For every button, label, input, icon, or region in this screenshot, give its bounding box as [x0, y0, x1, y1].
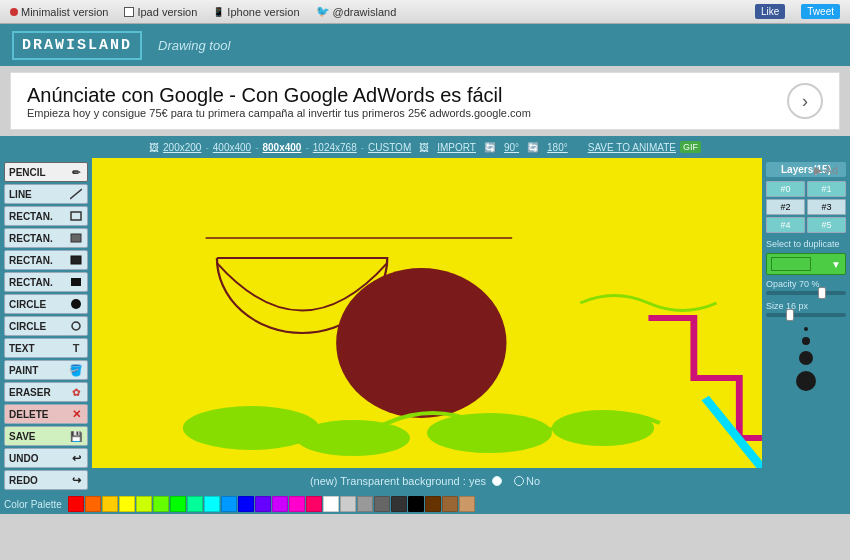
toolbar-icon: 🖼	[149, 142, 159, 153]
tool-redo[interactable]: REDO ↪	[4, 470, 88, 490]
color-select-dropdown[interactable]: ▼	[766, 253, 846, 275]
svg-rect-2	[71, 234, 81, 242]
iphone-label: Iphone version	[227, 6, 299, 18]
import-button[interactable]: IMPORT	[437, 142, 476, 153]
site-logo[interactable]: DRAWISLAND	[12, 31, 142, 60]
svg-point-6	[72, 322, 80, 330]
rotate90-button[interactable]: 90°	[504, 142, 519, 153]
opacity-thumb[interactable]	[818, 287, 826, 299]
ad-close-button[interactable]: ▶ Ad	[814, 164, 838, 177]
palette-color-ff0066[interactable]	[306, 496, 322, 512]
size-200[interactable]: 200x200	[163, 142, 201, 153]
layer-2[interactable]: #2	[766, 199, 805, 215]
svg-point-5	[71, 299, 81, 309]
svg-point-7	[336, 268, 506, 418]
tool-pencil[interactable]: PENCIL ✏	[4, 162, 88, 182]
size-400[interactable]: 400x400	[213, 142, 251, 153]
palette-color-0000ff[interactable]	[238, 496, 254, 512]
drawing-canvas[interactable]	[92, 158, 762, 468]
layer-4[interactable]: #4	[766, 217, 805, 233]
opacity-label: Opacity 70 %	[766, 279, 846, 289]
svg-rect-4	[71, 278, 81, 286]
nav-ipad[interactable]: Ipad version	[124, 6, 197, 18]
rotate180-button[interactable]: 180°	[547, 142, 568, 153]
tool-rect2-label: RECTAN.	[9, 233, 53, 244]
tool-undo[interactable]: UNDO ↩	[4, 448, 88, 468]
palette-color-0099ff[interactable]	[221, 496, 237, 512]
palette-color-000000[interactable]	[408, 496, 424, 512]
layer-1[interactable]: #1	[807, 181, 846, 197]
tool-eraser[interactable]: ERASER ✿	[4, 382, 88, 402]
palette-color-cc9966[interactable]	[459, 496, 475, 512]
svg-point-9	[296, 420, 410, 456]
tool-rect-1[interactable]: RECTAN.	[4, 206, 88, 226]
svg-rect-1	[71, 212, 81, 220]
nav-iphone[interactable]: 📱 Iphone version	[213, 6, 299, 18]
tool-circle2-label: CIRCLE	[9, 321, 46, 332]
circle-filled-icon	[69, 297, 83, 311]
ipad-label: Ipad version	[137, 6, 197, 18]
delete-icon: ✕	[69, 407, 83, 421]
palette-color-ffcc00[interactable]	[102, 496, 118, 512]
no-radio-button[interactable]	[514, 476, 524, 486]
canvas-svg	[92, 158, 762, 468]
size-1024[interactable]: 1024x768	[313, 142, 357, 153]
rect-outline-icon	[69, 209, 83, 223]
palette-color-663300[interactable]	[425, 496, 441, 512]
twitter-label: @drawisland	[333, 6, 397, 18]
tool-save[interactable]: SAVE 💾	[4, 426, 88, 446]
layers-grid: #0 #1 #2 #3 #4 #5	[766, 181, 846, 233]
color-preview	[771, 257, 811, 271]
palette-color-333333[interactable]	[391, 496, 407, 512]
palette-color-6600ff[interactable]	[255, 496, 271, 512]
palette-color-cc00ff[interactable]	[272, 496, 288, 512]
yes-radio-label[interactable]	[492, 476, 502, 486]
palette-color-66ff00[interactable]	[153, 496, 169, 512]
palette-color-999999[interactable]	[357, 496, 373, 512]
layer-5[interactable]: #5	[807, 217, 846, 233]
tool-text[interactable]: TEXT T	[4, 338, 88, 358]
save-animate-button[interactable]: SAVE TO ANIMATE	[588, 142, 676, 153]
palette-color-996633[interactable]	[442, 496, 458, 512]
tool-rect-2[interactable]: RECTAN.	[4, 228, 88, 248]
nav-minimalist[interactable]: Minimalist version	[10, 6, 108, 18]
opacity-slider[interactable]	[766, 291, 846, 295]
tool-eraser-label: ERASER	[9, 387, 51, 398]
palette-color-ffffff[interactable]	[323, 496, 339, 512]
tool-delete[interactable]: DELETE ✕	[4, 404, 88, 424]
minimalist-label: Minimalist version	[21, 6, 108, 18]
palette-color-ccff00[interactable]	[136, 496, 152, 512]
facebook-like-button[interactable]: Like	[755, 4, 785, 19]
size-custom[interactable]: CUSTOM	[368, 142, 411, 153]
palette-color-00ff99[interactable]	[187, 496, 203, 512]
size-slider-row: Size 16 px	[766, 301, 846, 319]
layer-3[interactable]: #3	[807, 199, 846, 215]
size-slider[interactable]	[766, 313, 846, 317]
size-800[interactable]: 800x400	[263, 142, 302, 153]
tool-circle-1[interactable]: CIRCLE	[4, 294, 88, 314]
tool-paint[interactable]: PAINT 🪣	[4, 360, 88, 380]
tool-rect-3[interactable]: RECTAN.	[4, 250, 88, 270]
palette-color-666666[interactable]	[374, 496, 390, 512]
palette-color-00ff00[interactable]	[170, 496, 186, 512]
palette-color-ff6600[interactable]	[85, 496, 101, 512]
twitter-tweet-button[interactable]: Tweet	[801, 4, 840, 19]
palette-color-00ffff[interactable]	[204, 496, 220, 512]
palette-color-cccccc[interactable]	[340, 496, 356, 512]
palette-color-ff00cc[interactable]	[289, 496, 305, 512]
no-radio-label[interactable]: No	[514, 475, 540, 487]
palette-color-ffff00[interactable]	[119, 496, 135, 512]
layer-0[interactable]: #0	[766, 181, 805, 197]
tool-line-label: LINE	[9, 189, 32, 200]
tool-save-label: SAVE	[9, 431, 36, 442]
nav-twitter[interactable]: 🐦 @drawisland	[316, 5, 397, 18]
ad-arrow-button[interactable]: ›	[787, 83, 823, 119]
palette-color-ff0000[interactable]	[68, 496, 84, 512]
select-duplicate-label: Select to duplicate	[766, 239, 846, 249]
site-header: DRAWISLAND Drawing tool	[0, 24, 850, 66]
tool-rect-4[interactable]: RECTAN.	[4, 272, 88, 292]
tool-circle-2[interactable]: CIRCLE	[4, 316, 88, 336]
tool-line[interactable]: LINE	[4, 184, 88, 204]
yes-radio-button[interactable]	[492, 476, 502, 486]
size-thumb[interactable]	[786, 309, 794, 321]
